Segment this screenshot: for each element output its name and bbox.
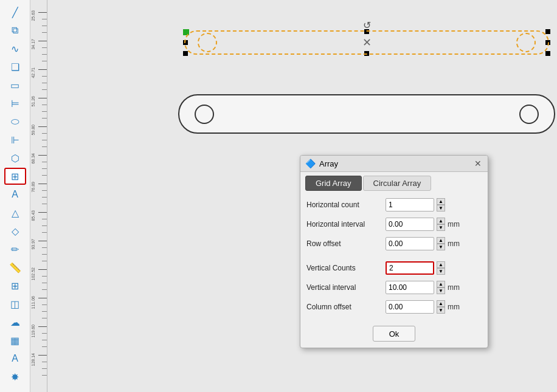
horizontal-count-input[interactable] xyxy=(386,198,434,211)
ruler-minor-tick xyxy=(42,61,47,61)
ruler-minor-tick xyxy=(42,175,47,176)
ruler-label-10: 111.06 xyxy=(31,296,35,309)
measure-tool[interactable]: 📏 xyxy=(4,259,26,276)
ruler-label-8: 93.97 xyxy=(31,239,35,250)
ruler-minor-tick xyxy=(42,190,47,191)
dialog-footer: Ok xyxy=(300,323,488,348)
handle-botright[interactable] xyxy=(545,51,550,56)
tab-bar: Grid Array Circular Array xyxy=(300,172,488,194)
ellipse-tool[interactable]: ⬭ xyxy=(4,113,26,130)
ruler-label-0: 25.63 xyxy=(31,10,35,21)
vertical-counts-input[interactable] xyxy=(386,261,434,275)
hexagon-tool[interactable]: ⬡ xyxy=(4,150,26,167)
row-offset-spin-down[interactable]: ▼ xyxy=(437,244,445,250)
table-tool[interactable]: ▦ xyxy=(4,332,26,349)
horizontal-interval-input-wrap: ▲ ▼ mm xyxy=(386,218,460,231)
solid-circle-left xyxy=(195,105,214,124)
column-offset-input[interactable] xyxy=(386,300,434,314)
diamond-tool[interactable]: ◇ xyxy=(4,222,26,239)
vertical-counts-label: Vertical Counts xyxy=(306,264,386,272)
vertical-interval-input-wrap: ▲ ▼ mm xyxy=(386,281,460,294)
vertical-interval-spin-down[interactable]: ▼ xyxy=(437,287,445,294)
explode-tool[interactable]: ✸ xyxy=(4,368,26,385)
align-tool[interactable]: ⊨ xyxy=(4,95,26,112)
shape-dashed-outline: ✕ xyxy=(184,30,549,55)
ruler-minor-tick xyxy=(42,375,47,376)
ruler-tick-11 xyxy=(38,326,47,327)
text-tool[interactable]: A xyxy=(4,186,26,203)
horizontal-interval-unit: mm xyxy=(448,220,460,229)
curve-tool[interactable]: ∿ xyxy=(4,40,26,57)
vertical-interval-spin-up[interactable]: ▲ xyxy=(437,281,445,287)
ruler-minor-tick xyxy=(42,318,47,318)
ruler-minor-tick xyxy=(42,362,47,362)
duplicate-tool[interactable]: ❑ xyxy=(4,58,26,75)
dialog-close-button[interactable]: ✕ xyxy=(473,159,483,168)
dialog-title-area: 🔷 Array xyxy=(305,159,338,168)
ruler-tick-12 xyxy=(38,355,47,356)
vertical-interval-input[interactable] xyxy=(386,281,434,294)
tab-circular-array[interactable]: Circular Array xyxy=(363,176,432,191)
ruler-label-1: 34.17 xyxy=(31,39,35,50)
ok-button[interactable]: Ok xyxy=(373,326,415,342)
ruler-vertical: 25.6334.1742.7151.2659.8068.3476.8985.43… xyxy=(30,0,47,392)
grid-tool[interactable]: ⊞ xyxy=(4,168,26,185)
column-offset-row: Column offset ▲ ▼ mm xyxy=(306,299,482,315)
column-offset-spin-down[interactable]: ▼ xyxy=(437,307,445,314)
ruler-minor-tick xyxy=(42,89,47,90)
handle-topright[interactable] xyxy=(545,29,550,34)
text2-tool[interactable]: A xyxy=(4,350,26,367)
row-offset-unit: mm xyxy=(448,239,460,248)
layers-tool[interactable]: ◫ xyxy=(4,295,26,312)
ruler-label-11: 119.60 xyxy=(31,325,35,337)
ruler-minor-tick xyxy=(42,304,47,305)
column-offset-label: Column offset xyxy=(306,303,386,311)
diagonal-line-tool[interactable]: ╱ xyxy=(4,4,26,21)
horizontal-interval-spin-down[interactable]: ▼ xyxy=(437,224,445,231)
edit-tool[interactable]: ✏ xyxy=(4,241,26,258)
horizontal-interval-input[interactable] xyxy=(386,218,434,231)
form-divider xyxy=(306,255,482,260)
column-offset-spin-up[interactable]: ▲ xyxy=(437,300,445,307)
dialog-titlebar: 🔷 Array ✕ xyxy=(300,156,488,172)
ruler-label-3: 51.26 xyxy=(31,96,35,107)
ruler-label-4: 59.80 xyxy=(31,125,35,136)
row-offset-spin-up[interactable]: ▲ xyxy=(437,237,445,244)
horizontal-interval-spin-up[interactable]: ▲ xyxy=(437,218,445,224)
ruler-minor-tick xyxy=(42,133,47,134)
row-offset-row: Row offset ▲ ▼ mm xyxy=(306,236,482,252)
vertical-interval-row: Vertical interval ▲ ▼ mm xyxy=(306,280,482,295)
ruler-minor-tick xyxy=(42,47,47,48)
ruler-tick-9 xyxy=(38,269,47,270)
ruler-minor-tick xyxy=(42,346,47,347)
cloud-tool[interactable]: ☁ xyxy=(4,314,26,331)
reference-tool[interactable]: ⊞ xyxy=(4,277,26,294)
vertical-counts-spin-up[interactable]: ▲ xyxy=(437,261,445,268)
ruler-minor-tick xyxy=(42,340,47,340)
tab-grid-array[interactable]: Grid Array xyxy=(305,176,362,191)
ruler-minor-tick xyxy=(42,283,47,283)
dialog-icon: 🔷 xyxy=(305,159,316,168)
horizontal-count-spin-down[interactable]: ▼ xyxy=(437,205,445,211)
circle-indicator-left xyxy=(198,33,217,52)
ruler-minor-tick xyxy=(42,118,47,119)
triangle-tool[interactable]: △ xyxy=(4,204,26,221)
align2-tool[interactable]: ⊩ xyxy=(4,131,26,148)
ruler-minor-tick xyxy=(42,105,47,105)
array-dialog: 🔷 Array ✕ Grid Array Circular Array Hori… xyxy=(300,155,488,348)
copy-tool[interactable]: ⧉ xyxy=(4,22,26,39)
ruler-minor-tick xyxy=(42,32,47,33)
selected-shape: ↺ ✕ xyxy=(178,24,555,61)
horizontal-count-spin-up[interactable]: ▲ xyxy=(437,198,445,205)
ruler-minor-tick xyxy=(42,140,47,140)
ruler-tick-8 xyxy=(38,241,47,241)
rectangle-tool[interactable]: ▭ xyxy=(4,77,26,94)
ruler-tick-10 xyxy=(38,298,47,298)
handle-botleft[interactable] xyxy=(183,51,188,56)
canvas-area: ↺ ✕ 🔷 Array ✕ xyxy=(47,0,557,392)
ruler-label-12: 128.14 xyxy=(31,353,35,366)
vertical-interval-unit: mm xyxy=(448,283,460,292)
vertical-counts-spin-down[interactable]: ▼ xyxy=(437,268,445,275)
row-offset-input[interactable] xyxy=(386,237,434,250)
ruler-tick-3 xyxy=(38,98,47,98)
